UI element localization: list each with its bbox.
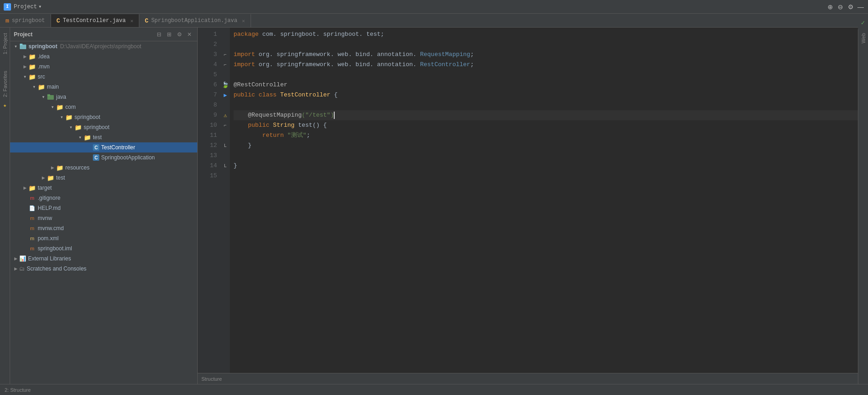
ln-2: 2 xyxy=(198,40,217,50)
code-line-10: public String test() { xyxy=(234,120,858,130)
sidebar: Project ⊟ ⊞ ⚙ ✕ ▾ springboot D:\Java\ID xyxy=(10,28,198,384)
arrow-mvn: ▶ xyxy=(21,63,29,70)
tree-label-springboot-pkg: springboot xyxy=(74,114,100,120)
folder-mvn-icon: 📁 xyxy=(29,63,36,70)
vtab-project[interactable]: 1: Project xyxy=(1,29,9,58)
collapse-all-button[interactable]: ⊟ xyxy=(155,30,163,39)
add-icon[interactable]: ⊕ xyxy=(827,3,834,11)
code-line-2 xyxy=(234,40,858,50)
tree-item-target[interactable]: ▶ 📁 target xyxy=(10,183,197,193)
tree-item-test-pkg[interactable]: ▾ 📁 test xyxy=(10,132,197,142)
tree-item-mvnw-cmd[interactable]: ▶ m mvnw.cmd xyxy=(10,223,197,233)
sidebar-title: Project xyxy=(14,31,33,38)
tree-item-main[interactable]: ▾ 📁 main xyxy=(10,82,197,92)
arrow-target: ▶ xyxy=(21,184,29,192)
tree-item-test-src[interactable]: ▶ 📁 test xyxy=(10,173,197,183)
gutter-1 xyxy=(221,29,230,40)
tree-item-pom[interactable]: ▶ m pom.xml xyxy=(10,233,197,243)
arrow-springboot-root: ▾ xyxy=(12,43,19,50)
arrow-resources: ▶ xyxy=(49,164,56,171)
tab-testcontroller-close[interactable]: ✕ xyxy=(130,18,133,24)
structure-vtab[interactable]: Structure xyxy=(201,376,222,382)
tree-label-mvnw-cmd: mvnw.cmd xyxy=(38,225,64,231)
method-test: test() { xyxy=(298,120,326,130)
tree-item-idea[interactable]: ▶ 📁 .idea xyxy=(10,51,197,62)
tree-item-springboot-pkg[interactable]: ▾ 📁 springboot xyxy=(10,112,197,122)
arrow-java: ▾ xyxy=(40,93,47,101)
arrow-ext-lib: ▶ xyxy=(12,255,19,262)
file-mvnw-cmd-icon: m xyxy=(29,225,36,231)
gutter-15 xyxy=(221,171,230,181)
tree-item-ext-lib[interactable]: ▶ 📊 External Libraries xyxy=(10,254,197,264)
tree-item-testcontroller[interactable]: ▶ C TestController xyxy=(10,142,197,152)
tab-springboot[interactable]: m springboot xyxy=(0,14,51,27)
folder-java-icon xyxy=(47,94,54,100)
string-chinese: "测试" xyxy=(287,130,307,141)
package-path: com. springboot. springboot. test; xyxy=(262,29,384,40)
ln-11: 11 xyxy=(198,130,217,141)
settings-gear-button[interactable]: ⚙ xyxy=(175,30,183,39)
kw-public-1: public xyxy=(234,90,259,100)
tree-item-springboot-sub[interactable]: ▾ 📁 springboot xyxy=(10,122,197,132)
indent-12 xyxy=(234,141,248,151)
project-dropdown[interactable]: Project ▾ xyxy=(14,3,42,10)
code-line-5 xyxy=(234,70,858,80)
tree-item-springbootapp[interactable]: ▶ C SpringbootApplication xyxy=(10,152,197,163)
tree-item-java[interactable]: ▾ java xyxy=(10,92,197,102)
tab-testcontroller[interactable]: C TestController.java ✕ xyxy=(51,14,139,27)
tree-item-help[interactable]: ▶ 📄 HELP.md xyxy=(10,203,197,213)
code-line-7: public class TestController { xyxy=(234,90,858,100)
ln-5: 5 xyxy=(198,70,217,80)
chevron-icon: ▾ xyxy=(38,3,41,10)
close-sidebar-button[interactable]: ✕ xyxy=(185,30,194,39)
minimize-icon[interactable]: — xyxy=(857,3,864,11)
tab-testcontroller-label: TestController.java xyxy=(63,17,126,24)
tab-springbootapp-close[interactable]: ✕ xyxy=(242,18,245,24)
vtab-favorites[interactable]: 2: Favorites xyxy=(1,67,9,101)
tree-item-src[interactable]: ▾ 📁 src xyxy=(10,72,197,82)
tree-label-test-pkg: test xyxy=(93,134,102,141)
spring-icon-6[interactable]: 🍃 xyxy=(222,81,229,89)
close-brace-1: } xyxy=(248,141,251,151)
expand-all-button[interactable]: ⊞ xyxy=(165,30,173,39)
tab-springbootapp-label: SpringbootApplication.java xyxy=(151,17,237,24)
annotation-requestmapping: @RequestMapping xyxy=(248,110,302,120)
settings-icon[interactable]: ⚙ xyxy=(847,3,854,11)
subtract-icon[interactable]: ⊖ xyxy=(837,3,844,11)
tree-item-springboot-root[interactable]: ▾ springboot D:\Java\IDEA\projects\sprin… xyxy=(10,41,197,51)
bottom-structure-tab[interactable]: 2: Structure xyxy=(2,387,34,393)
arrow-idea: ▶ xyxy=(21,53,29,60)
arrow-main: ▾ xyxy=(30,83,38,90)
tree-label-test-src: test xyxy=(56,175,65,181)
tree-label-src: src xyxy=(38,73,45,80)
tree-item-iml[interactable]: ▶ m springboot.iml xyxy=(10,243,197,254)
gutter-3: ⌐ xyxy=(221,50,230,60)
gutter-13 xyxy=(221,151,230,161)
tree-item-resources[interactable]: ▶ 📁 resources xyxy=(10,163,197,173)
import-path-2: org. springframework. web. bind. annotat… xyxy=(259,60,420,70)
string-test: ("/test") xyxy=(302,110,334,120)
fold-3-icon: ⌐ xyxy=(224,52,227,57)
bottom-bar: Structure xyxy=(198,373,858,384)
tree-item-com[interactable]: ▾ 📁 com xyxy=(10,102,197,112)
file-gitignore-icon: m xyxy=(29,195,36,201)
arrow-test-pkg: ▾ xyxy=(76,134,84,141)
ln-1: 1 xyxy=(198,29,217,40)
tab-springbootapp[interactable]: C SpringbootApplication.java ✕ xyxy=(139,14,251,27)
arrow-scratches: ▶ xyxy=(12,265,19,272)
vtab-web[interactable]: Web xyxy=(860,29,867,47)
code-body[interactable]: package com. springboot. springboot. tes… xyxy=(230,28,858,373)
run-icon-7[interactable]: ▶ xyxy=(223,92,227,99)
tree-item-mvn[interactable]: ▶ 📁 .mvn xyxy=(10,62,197,72)
tree-item-mvnw[interactable]: ▶ m mvnw xyxy=(10,213,197,223)
arrow-springboot-pkg: ▾ xyxy=(58,113,65,121)
tree-item-gitignore[interactable]: ▶ m .gitignore xyxy=(10,193,197,203)
line-numbers: 1 2 3 4 5 6 7 8 9 10 11 12 13 14 15 xyxy=(198,28,221,373)
folder-com-icon: 📁 xyxy=(56,104,63,110)
arrow-src: ▾ xyxy=(21,73,29,80)
tree-item-scratches[interactable]: ▶ 🗂 Scratches and Consoles xyxy=(10,264,197,274)
scratches-icon: 🗂 xyxy=(19,265,25,272)
tab-bar: m springboot C TestController.java ✕ C S… xyxy=(0,14,868,28)
ln-6: 6 xyxy=(198,80,217,90)
tree-label-springboot-root: springboot xyxy=(29,43,57,50)
